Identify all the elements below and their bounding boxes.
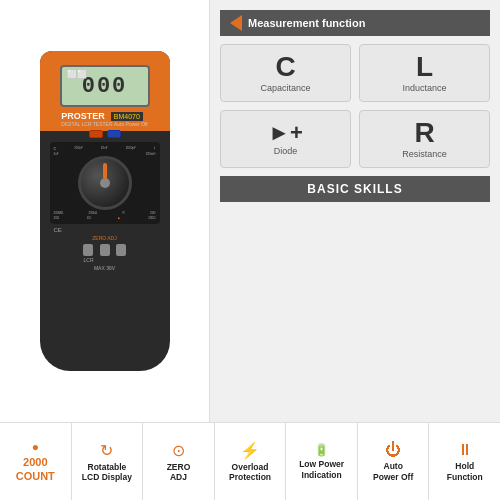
feature-lcd-title: Rotatable — [88, 462, 127, 472]
count-icon: ● — [32, 440, 39, 454]
feature-zero-title: ZERO — [167, 462, 191, 472]
dial-marker — [103, 163, 107, 179]
meas-letter-c: C — [275, 53, 295, 81]
meas-label-r: Resistance — [402, 149, 447, 159]
dial-center — [100, 178, 110, 188]
feature-lcd: ↻ Rotatable LCD Display — [72, 423, 144, 500]
feature-autopower: ⏻ Auto Power Off — [358, 423, 430, 500]
zero-adj-label: ZERO ADJ — [92, 235, 116, 241]
sub-label: DIGITAL LCR TESTER·Auto Power Off — [61, 121, 148, 127]
lcd-small-indicator: ⬜⬜ — [67, 70, 87, 79]
measurement-title: Measurement function — [248, 17, 365, 29]
lcd-display: ⬜⬜ 000 — [60, 65, 150, 107]
right-panel: Measurement function C Capacitance L Ind… — [210, 0, 500, 422]
basic-skills-title: BASIC SKILLS — [307, 182, 402, 196]
ce-mark: CE — [50, 227, 62, 233]
zero-icon: ⊙ — [172, 441, 185, 460]
feature-hold: ⏸ Hold Function — [429, 423, 500, 500]
terminal-2 — [100, 244, 110, 263]
feature-overload-sub: Protection — [229, 472, 271, 482]
lcd-icon: ↻ — [100, 441, 113, 460]
meas-label-l: Inductance — [402, 83, 446, 93]
dial-area: C 200nF 20nF 2000pF L 2nF 200mH — [50, 142, 160, 224]
autopower-icon: ⏻ — [385, 441, 401, 459]
terminal-block-3 — [116, 244, 126, 256]
bottom-features-strip: ● 2000 COUNT ↻ Rotatable LCD Display ⊙ Z… — [0, 422, 500, 500]
feature-hold-sub: Function — [447, 472, 483, 482]
basic-skills-header: BASIC SKILLS — [220, 176, 490, 202]
feature-count-sub: COUNT — [16, 470, 55, 483]
meas-letter-diode: ►+ — [268, 122, 303, 144]
feature-zero: ⊙ ZERO ADJ — [143, 423, 215, 500]
meas-diode: ►+ Diode — [220, 110, 351, 168]
meas-label-diode: Diode — [274, 146, 298, 156]
buttons-row — [89, 130, 121, 138]
lowpower-icon: 🔋 — [314, 443, 329, 457]
terminals: LCR — [83, 244, 125, 263]
feature-lowpower-sub: Indication — [302, 470, 342, 480]
feature-overload-title: Overload — [232, 462, 269, 472]
meas-resistance: R Resistance — [359, 110, 490, 168]
feature-autopower-sub: Power Off — [373, 472, 413, 482]
triangle-icon — [230, 15, 242, 31]
feature-overload: ⚡ Overload Protection — [215, 423, 287, 500]
terminal-block-2 — [100, 244, 110, 256]
feature-lowpower: 🔋 Low Power Indication — [286, 423, 358, 500]
meas-inductance: L Inductance — [359, 44, 490, 102]
feature-autopower-title: Auto — [384, 461, 403, 471]
meter-bottom: CE ZERO ADJ LCR MAX 36V — [50, 227, 160, 271]
max-voltage: MAX 36V — [94, 265, 115, 271]
measurement-function-header: Measurement function — [220, 10, 490, 36]
feature-lcd-sub: LCD Display — [82, 472, 132, 482]
feature-hold-title: Hold — [455, 461, 474, 471]
brand-name: PROSTER — [61, 111, 105, 121]
button-2[interactable] — [107, 130, 121, 138]
overload-icon: ⚡ — [240, 441, 260, 460]
terminal-label: LCR — [83, 257, 93, 263]
multimeter-image: ⬜⬜ 000 PROSTER BM4070 DIGITAL LCR TESTER… — [40, 51, 170, 371]
meas-label-c: Capacitance — [260, 83, 310, 93]
meas-capacitance: C Capacitance — [220, 44, 351, 102]
main-content: ⬜⬜ 000 PROSTER BM4070 DIGITAL LCR TESTER… — [0, 0, 500, 422]
feature-count: ● 2000 COUNT — [0, 423, 72, 500]
terminal-lcr: LCR — [83, 244, 93, 263]
feature-zero-sub: ADJ — [170, 472, 187, 482]
terminal-3 — [116, 244, 126, 263]
brand-label: PROSTER BM4070 DIGITAL LCR TESTER·Auto P… — [61, 111, 148, 127]
meas-letter-l: L — [416, 53, 433, 81]
lcd-reading: 000 — [82, 74, 128, 99]
terminal-block — [83, 244, 93, 256]
hold-icon: ⏸ — [457, 441, 473, 459]
button-1[interactable] — [89, 130, 103, 138]
meas-letter-r: R — [414, 119, 434, 147]
model-name: BM4070 — [111, 112, 143, 121]
product-image-panel: ⬜⬜ 000 PROSTER BM4070 DIGITAL LCR TESTER… — [0, 0, 210, 422]
measurement-grid: C Capacitance L Inductance ►+ Diode R Re… — [220, 44, 490, 168]
dial-knob[interactable] — [78, 156, 132, 210]
feature-count-title: 2000 — [23, 456, 47, 469]
feature-lowpower-title: Low Power — [299, 459, 344, 469]
